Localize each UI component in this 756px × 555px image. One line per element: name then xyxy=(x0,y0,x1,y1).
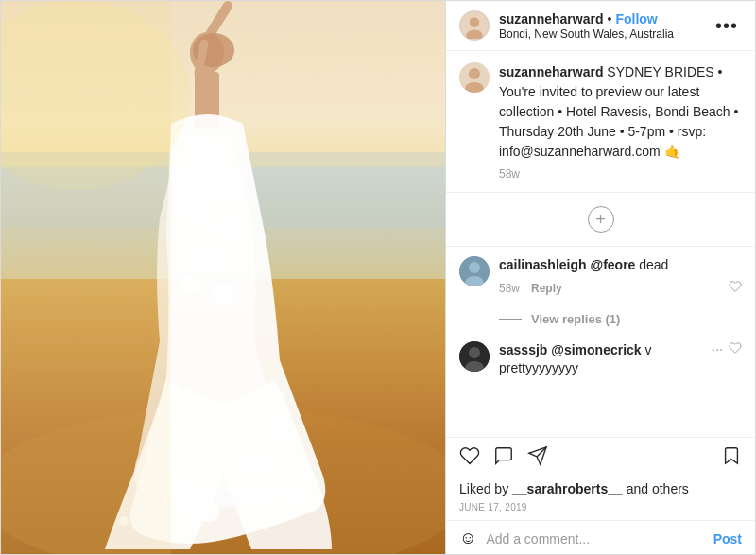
svg-point-7 xyxy=(209,176,228,195)
post-header: suzanneharward • Follow Bondi, New South… xyxy=(446,1,755,51)
svg-point-31 xyxy=(469,262,480,273)
like-button[interactable] xyxy=(459,445,480,470)
comment-avatar[interactable] xyxy=(459,256,490,286)
caption-avatar[interactable] xyxy=(459,62,490,93)
svg-point-19 xyxy=(287,486,301,499)
svg-point-17 xyxy=(198,501,219,522)
post-comment-button[interactable]: Post xyxy=(713,531,742,546)
comment-item-2: sasssjb @simonecrick v prettyyyyyyyy ··· xyxy=(446,332,755,388)
comment-mention-1[interactable]: @feore xyxy=(590,257,635,272)
likes-text: Liked by xyxy=(459,481,512,496)
comment-item: cailinashleigh @feore dead 58w Reply xyxy=(446,247,755,306)
view-replies-text: View replies (1) xyxy=(531,312,620,326)
svg-point-34 xyxy=(469,347,480,358)
svg-point-11 xyxy=(180,275,199,294)
svg-point-9 xyxy=(219,219,236,236)
share-button[interactable] xyxy=(527,445,548,470)
commenter-username-1[interactable]: cailinashleigh xyxy=(499,257,587,272)
right-panel: suzanneharward • Follow Bondi, New South… xyxy=(445,1,755,555)
comment-time-1: 58w xyxy=(499,282,520,295)
post-date: JUNE 17, 2019 xyxy=(446,500,755,520)
header-info: suzanneharward • Follow Bondi, New South… xyxy=(499,11,712,41)
add-comment-input[interactable] xyxy=(486,531,713,546)
view-replies-button[interactable]: View replies (1) xyxy=(446,306,755,332)
add-comment-bar: ☺ Post xyxy=(446,520,755,555)
comment-heart-2[interactable] xyxy=(729,341,742,358)
comment-button[interactable] xyxy=(493,445,514,470)
follow-button[interactable]: Follow xyxy=(615,11,657,26)
likes-row: Liked by __sarahroberts__ and others xyxy=(446,477,755,500)
comment-text: cailinashleigh @feore dead xyxy=(499,256,742,275)
add-comment-circle-section: + xyxy=(446,193,755,247)
caption-username[interactable]: suzanneharward xyxy=(499,64,603,79)
more-options-button[interactable]: ••• xyxy=(712,15,742,37)
caption-content: suzanneharward SYDNEY BRIDES • You're in… xyxy=(499,62,742,181)
svg-point-28 xyxy=(469,68,480,79)
view-replies-line xyxy=(499,319,522,320)
comment-text-2: sasssjb @simonecrick v prettyyyyyyyy xyxy=(499,341,706,378)
comment-body-2: sasssjb @simonecrick v prettyyyyyyyy xyxy=(499,341,706,378)
comment-content-1: dead xyxy=(639,257,668,272)
comment-reply-1[interactable]: Reply xyxy=(531,282,562,295)
header-avatar[interactable] xyxy=(459,10,490,41)
action-bar xyxy=(446,437,755,477)
header-username[interactable]: suzanneharward xyxy=(499,11,603,26)
comment-mention-2[interactable]: @simonecrick xyxy=(551,342,641,357)
caption-text: suzanneharward SYDNEY BRIDES • You're in… xyxy=(499,62,742,162)
circle-plus-button[interactable]: + xyxy=(588,206,614,233)
caption-time: 58w xyxy=(499,167,742,181)
comment-heart-1[interactable] xyxy=(729,280,742,297)
header-location: Bondi, New South Wales, Australia xyxy=(499,27,712,41)
header-dot: • xyxy=(607,11,611,26)
svg-point-25 xyxy=(470,17,480,27)
svg-line-21 xyxy=(198,43,204,73)
svg-point-16 xyxy=(248,456,265,473)
svg-point-6 xyxy=(193,141,215,164)
commenter-username-2[interactable]: sasssjb xyxy=(499,342,547,357)
likes-username[interactable]: __sarahroberts__ xyxy=(512,481,623,496)
comment-avatar-2[interactable] xyxy=(459,341,490,372)
svg-point-14 xyxy=(270,417,289,436)
svg-point-8 xyxy=(184,199,205,219)
svg-point-10 xyxy=(196,245,218,268)
comment-more-button[interactable]: ··· xyxy=(712,341,723,356)
comment-body: cailinashleigh @feore dead 58w Reply xyxy=(499,256,742,297)
likes-rest: and others xyxy=(623,481,689,496)
bookmark-button[interactable] xyxy=(721,445,742,470)
comment-meta-1: 58w Reply xyxy=(499,280,742,297)
emoji-icon[interactable]: ☺ xyxy=(459,529,476,548)
svg-point-12 xyxy=(213,284,233,304)
caption-area: suzanneharward SYDNEY BRIDES • You're in… xyxy=(446,51,755,193)
comments-section: cailinashleigh @feore dead 58w Reply xyxy=(446,247,755,437)
post-image xyxy=(1,1,445,555)
